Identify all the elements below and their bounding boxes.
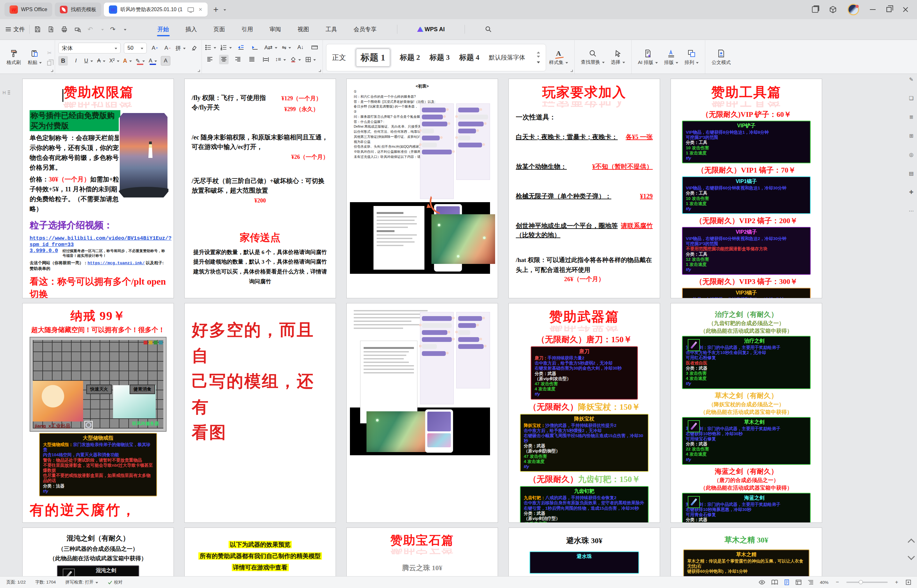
undo-button[interactable]: ↶ [87,26,93,33]
distribute-button[interactable] [261,55,271,64]
font-size-select[interactable]: 50 [124,43,147,53]
locate-tool-icon[interactable]: ◎ [909,152,914,158]
tab-insert[interactable]: 插入 [185,21,198,37]
user-avatar[interactable] [848,4,859,15]
style-default-font[interactable]: 默认段落字体 [489,53,525,62]
increase-font-button[interactable]: A+ [150,43,160,53]
doc-page-15[interactable]: 草木之精 30¥ 草木之精 草木之精：传说是某个掌管腐竹的神仙的玉佩，可以让人衣… [670,528,822,576]
copy-icon[interactable] [47,61,51,66]
redo-button[interactable]: ↷ [110,26,116,33]
bullet-list-button[interactable] [205,43,216,52]
proofread-button[interactable]: 校对 [108,579,123,585]
tab-review[interactable]: 审阅 [269,21,282,37]
drag-handle-icon[interactable] [8,90,10,95]
styles-scroll-up-icon[interactable] [537,50,540,53]
doc-page-4[interactable]: 玩家要求加入 玩家要求加入 一次性道具： 白天卡；夜晚卡；雷暴卡；夜晚卡：各¥5… [509,79,660,298]
decrease-indent-button[interactable] [236,43,246,52]
save-button[interactable] [34,26,41,33]
cut-icon[interactable]: ✂ [47,50,52,57]
bilibili-link[interactable]: https://www.bilibili.com/video/BV1s4BiY1… [30,235,172,248]
bold-button[interactable]: B [58,56,68,66]
paste-dropdown-icon[interactable] [39,62,42,65]
style-heading3[interactable]: 标题 3 [429,53,450,62]
increase-indent-button[interactable] [250,43,260,52]
page-view-icon[interactable] [784,579,789,585]
tab-wps-home[interactable]: W WPS Office [5,3,52,16]
add-tool-icon[interactable]: ✚ [909,189,913,195]
align-right-button[interactable] [233,55,243,64]
annotate-pen-icon[interactable]: ✎ [909,76,913,82]
eye-protection-icon[interactable] [759,580,765,585]
tab-reference[interactable]: 引用 [241,21,254,37]
style-heading4[interactable]: 标题 4 [459,53,479,62]
text-effects-button[interactable]: A [123,56,132,66]
align-center-button[interactable] [219,55,229,64]
digest-button[interactable]: 健胃消食 [129,384,155,394]
clipboard-expander-icon[interactable] [51,70,53,72]
page-indicator[interactable]: 页面: 1/22 [6,579,26,585]
word-count[interactable]: 字数: 1704 [36,579,56,585]
arrange-button[interactable]: 排列 [681,49,702,66]
zoom-level[interactable]: 40% [820,580,828,585]
justify-button[interactable] [247,55,257,64]
find-replace-button[interactable]: 查找替换 [578,50,608,65]
spellcheck-status[interactable]: 拼写检查: 打开 [65,579,98,585]
document-canvas[interactable]: H 赞助权限篇 赞助权限篇 称号插件已经由免费版购买为付费版 单色定制称号 ：会… [0,74,917,576]
styles-expander-icon[interactable] [571,70,573,72]
superscript-button[interactable]: X² [109,56,119,66]
tab-current-document[interactable]: W 听风吟赞助表2025.01.10 (1 ✕ [104,3,207,16]
tab-view[interactable]: 视图 [297,21,310,37]
zoom-out-button[interactable]: − [835,579,840,585]
doc-page-13[interactable]: 赞助宝石篇 赞助宝石篇 腾云之珠 10¥ [346,528,498,576]
quick-extinguish-button[interactable]: 快速灭火 [86,384,112,394]
quick-access-dropdown-icon[interactable] [124,29,126,32]
tuanzi-link[interactable]: https://mcg.tuanzi.ink/ [87,261,145,265]
fit-page-icon[interactable] [906,579,911,585]
wrap-button[interactable]: ⇋ [282,43,291,52]
borders-button[interactable] [305,55,316,64]
close-tab-icon[interactable]: ✕ [199,7,202,13]
align-left-button[interactable] [205,55,215,64]
font-color-button[interactable]: A [148,56,158,66]
tab-home[interactable]: 开始 [157,21,170,37]
doc-page-2[interactable]: /fly 权限：飞行，可使用指令/fly开关¥129（一个月）¥299（永久） … [184,79,336,298]
ai-layout-button[interactable]: AI 排版 [635,49,661,66]
doc-page-3[interactable]: <初衷> ①问：和六仁合作的是一个什么样的服务器?答：是一个围绕着: [沉浸式养… [346,79,498,298]
tab-list-chevron-icon[interactable] [223,9,226,12]
clear-format-button[interactable] [189,43,199,53]
decrease-font-button[interactable]: A− [163,43,172,53]
styles-more-icon[interactable] [537,61,540,65]
paste-button[interactable]: 粘贴 [24,43,45,72]
cascade-windows-icon[interactable] [812,6,818,13]
close-window-button[interactable] [902,6,909,13]
export-pdf-button[interactable] [47,26,55,33]
screen-sync-icon[interactable] [187,7,194,12]
italic-button[interactable]: I [71,56,81,66]
doc-page-7[interactable]: 好多空的，而且自己写的模组，还有看图 [184,303,336,523]
zoom-in-button[interactable]: + [894,579,899,585]
strikethrough-button[interactable]: A [97,56,106,66]
tab-page[interactable]: 页面 [213,21,226,37]
select-tool-icon[interactable]: ❏ [909,95,914,101]
pinyin-guide-button[interactable]: 拼 [176,43,186,53]
wps-ai-button[interactable]: WPS AI [417,26,445,33]
character-shading-button[interactable]: A [161,56,170,66]
doc-page-5[interactable]: 赞助工具篇 赞助工具篇 （无限耐久)VIP 铲子：60￥ VIP铲子VIP物品，… [670,79,822,298]
official-doc-mode-button[interactable]: 公文模式 [709,49,734,66]
outline-pane-icon[interactable]: ≣ [909,114,913,120]
zoom-slider[interactable] [846,582,888,583]
print-button[interactable] [61,26,68,33]
tab-ruler-button[interactable] [310,43,320,52]
new-tab-button[interactable]: + [213,5,218,15]
undo-dropdown-icon[interactable] [101,29,104,32]
tab-docer-templates[interactable]: 找稻壳模板 [55,3,101,16]
print-preview-button[interactable] [74,26,81,33]
read-mode-icon[interactable] [772,580,778,585]
doc-page-1[interactable]: 赞助权限篇 赞助权限篇 称号插件已经由免费版购买为付费版 单色定制称号 ：会在聊… [22,79,174,298]
outline-view-icon[interactable] [808,580,814,585]
shading-button[interactable] [291,55,301,64]
text-direction-button[interactable]: A⇄ [264,43,277,52]
font-expander-icon[interactable] [198,70,200,72]
table-tool-icon[interactable]: ⊞ [909,133,913,139]
doc-page-11[interactable]: 混沌之剑（有耐久） （三种武器的合成必须品之一） （此物品能在活动或武器宝箱中获… [22,528,174,576]
